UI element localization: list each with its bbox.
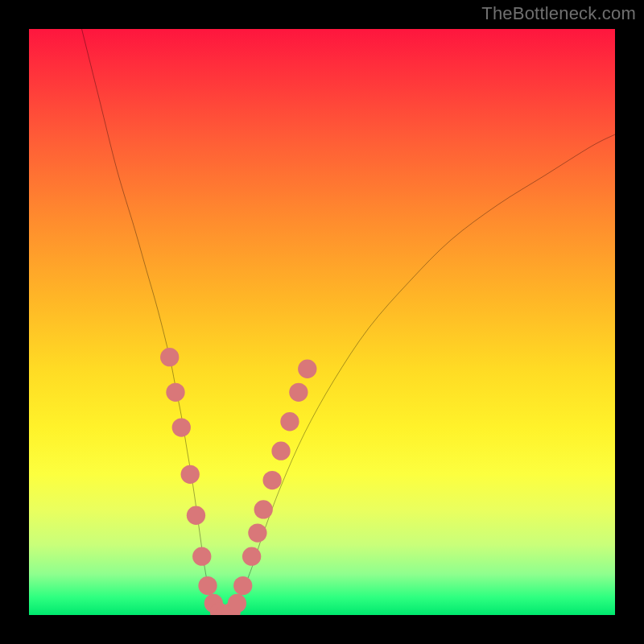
plot-area: [29, 29, 615, 615]
chart-frame: TheBottleneck.com: [0, 0, 644, 644]
watermark-text: TheBottleneck.com: [481, 3, 636, 24]
background-gradient: [29, 29, 615, 615]
